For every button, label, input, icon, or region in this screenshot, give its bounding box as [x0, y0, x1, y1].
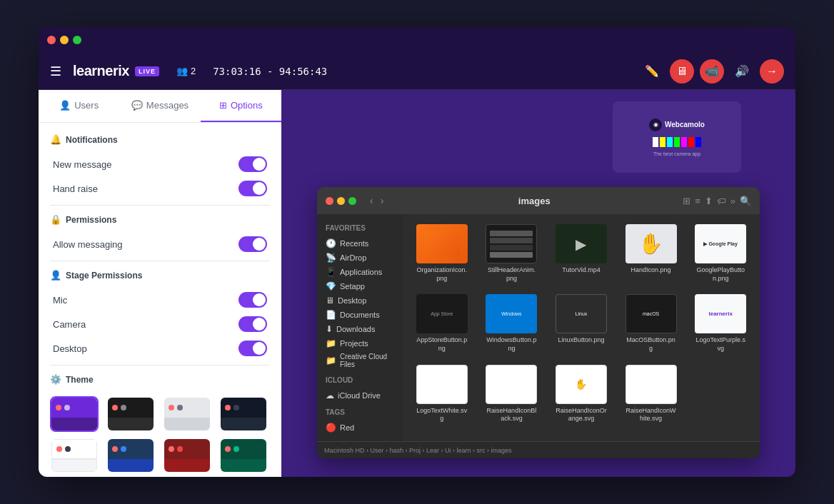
- finder-creative-cloud[interactable]: 📁 Creative Cloud Files: [323, 351, 397, 371]
- camera-button[interactable]: 📹: [700, 59, 724, 84]
- file-item-windows[interactable]: Windows WindowsButton.png: [480, 291, 544, 356]
- finder-path: images: [391, 196, 677, 206]
- finder-share-icon[interactable]: ⬆: [705, 196, 713, 206]
- tab-users[interactable]: 👤 Users: [39, 90, 119, 122]
- desktop-finder-label: Desktop: [338, 296, 366, 305]
- camera-toggle[interactable]: [238, 316, 267, 332]
- finder-applications[interactable]: 📱 Applications: [323, 265, 397, 279]
- menu-icon[interactable]: ☰: [50, 64, 61, 79]
- new-message-toggle[interactable]: [238, 156, 267, 172]
- file-grid: OrganizationIcon.png StillHeaderAnim.png: [410, 221, 753, 426]
- file-item-logo-white[interactable]: LogoTextWhite.svg: [410, 362, 474, 426]
- user-count: 👥 2: [176, 66, 196, 76]
- file-item-hand-icon[interactable]: ✋ HandIcon.png: [619, 221, 683, 286]
- finder-desktop[interactable]: 🖥 Desktop: [323, 293, 397, 308]
- volume-button[interactable]: 🔊: [730, 59, 754, 84]
- screen-share-button[interactable]: 🖥: [670, 59, 694, 84]
- file-item-linux[interactable]: Linux LinuxButton.png: [549, 291, 613, 356]
- finder-actions: ⊞ ≡ ⬆ 🏷 » 🔍: [683, 196, 751, 206]
- file-item-organization-icon[interactable]: OrganizationIcon.png: [410, 221, 474, 286]
- logo-area: learnerix LIVE: [73, 63, 159, 79]
- messages-tab-label: Messages: [146, 100, 189, 111]
- projects-icon: 📁: [326, 338, 336, 348]
- projects-label: Projects: [340, 339, 368, 348]
- downloads-label: Downloads: [336, 325, 375, 333]
- file-item-macos[interactable]: macOS MacOSButton.png: [619, 291, 683, 356]
- finder-min-btn[interactable]: [337, 197, 345, 205]
- divider-2: [50, 261, 270, 261]
- finder-list-icon[interactable]: ≡: [695, 196, 700, 206]
- finder-documents[interactable]: 📄 Documents: [323, 308, 397, 322]
- file-thumb-raise-hand-orange: ✋: [556, 365, 607, 404]
- file-item-google-play[interactable]: ▶ Google Play GooglePlayButton.png: [688, 221, 753, 286]
- setapp-label: Setapp: [340, 282, 365, 291]
- finder-window: ‹ › images ⊞ ≡ ⬆ 🏷 » 🔍: [317, 187, 760, 458]
- file-item-appstore[interactable]: App Store AppStoreButton.png: [410, 291, 474, 356]
- desktop-label: Desktop: [53, 343, 87, 354]
- hand-raise-toggle[interactable]: [238, 181, 267, 196]
- file-name-raise-hand-black: RaiseHandIconBlack.svg: [486, 407, 537, 423]
- main-window: ☰ learnerix LIVE 👥 2 73:03:16 - 94:56:43…: [39, 27, 795, 477]
- messages-tab-icon: 💬: [131, 100, 143, 111]
- tab-options[interactable]: ⊞ Options: [201, 90, 281, 122]
- theme-swatch-red[interactable]: [163, 438, 211, 473]
- main-content: 👤 Users 💬 Messages ⊞ Options 🔔 Notificat…: [39, 90, 795, 477]
- finder-downloads[interactable]: ⬇ Downloads: [323, 322, 397, 336]
- file-item-logo-purple[interactable]: learnerix LogoTextPurple.svg: [688, 291, 753, 356]
- sidebar: 👤 Users 💬 Messages ⊞ Options 🔔 Notificat…: [39, 90, 281, 477]
- theme-swatch-green[interactable]: [219, 438, 268, 473]
- header-actions: ✏️ 🖥 📹 🔊 →: [640, 59, 784, 84]
- finder-icloud-drive[interactable]: ☁ iCloud Drive: [323, 388, 397, 403]
- finder-tags-label: Tags: [323, 408, 397, 416]
- finder-more-icon[interactable]: »: [730, 196, 735, 206]
- theme-swatch-dark[interactable]: [106, 396, 155, 432]
- file-item-raise-hand-black[interactable]: RaiseHandIconBlack.svg: [480, 362, 544, 426]
- users-tab-icon: 👤: [59, 100, 71, 111]
- mic-toggle[interactable]: [238, 292, 267, 308]
- finder-back-btn[interactable]: ‹: [368, 195, 376, 206]
- theme-swatch-purple[interactable]: [50, 396, 99, 432]
- finder-airdrop[interactable]: 📡 AirDrop: [323, 251, 397, 265]
- new-message-row: New message: [50, 156, 270, 172]
- allow-messaging-toggle[interactable]: [238, 236, 267, 252]
- icloud-drive-label: iCloud Drive: [338, 391, 381, 400]
- stage-permissions-title: Stage Permissions: [66, 271, 142, 281]
- finder-tag-icon[interactable]: 🏷: [717, 196, 726, 206]
- exit-button[interactable]: →: [760, 59, 784, 84]
- setapp-icon: 💎: [326, 281, 336, 291]
- file-thumb-macos: macOS: [626, 294, 677, 333]
- logo-text: learnerix: [73, 63, 129, 79]
- finder-view-icon[interactable]: ⊞: [683, 196, 690, 206]
- finder-projects[interactable]: 📁 Projects: [323, 336, 397, 351]
- finder-tag-red[interactable]: 🔴 Red: [323, 420, 397, 435]
- mic-row: Mic: [50, 292, 270, 308]
- maximize-button[interactable]: [73, 36, 81, 44]
- tag-red-icon: 🔴: [326, 423, 336, 433]
- file-item-raise-hand-white[interactable]: RaiseHandIconWhite.svg: [619, 362, 683, 426]
- theme-swatch-darkgray[interactable]: [219, 396, 268, 432]
- file-item-tutor-vid[interactable]: ▶ TutorVid.mp4: [549, 221, 613, 286]
- desktop-toggle[interactable]: [238, 341, 267, 356]
- finder-recents[interactable]: 🕐 Recents: [323, 236, 397, 251]
- finder-forward-btn[interactable]: ›: [378, 195, 386, 206]
- theme-swatch-light[interactable]: [163, 396, 211, 432]
- edit-button[interactable]: ✏️: [640, 59, 664, 84]
- live-badge: LIVE: [135, 66, 159, 76]
- file-name-windows: WindowsButton.png: [486, 336, 537, 353]
- minimize-button[interactable]: [60, 36, 69, 44]
- finder-close-btn[interactable]: [326, 197, 333, 205]
- airdrop-icon: 📡: [326, 253, 336, 263]
- theme-swatch-blue[interactable]: [106, 438, 155, 473]
- file-item-raise-hand-orange[interactable]: ✋ RaiseHandIconOrange.svg: [549, 362, 613, 426]
- theme-swatch-white[interactable]: [50, 438, 99, 473]
- allow-messaging-label: Allow messaging: [53, 239, 123, 250]
- webcam-logo-icon: ◉: [649, 119, 662, 131]
- applications-label: Applications: [340, 268, 382, 276]
- finder-setapp[interactable]: 💎 Setapp: [323, 279, 397, 293]
- close-button[interactable]: [47, 36, 56, 44]
- file-item-still-header[interactable]: StillHeaderAnim.png: [480, 221, 544, 286]
- finder-search-icon[interactable]: 🔍: [740, 196, 751, 206]
- file-thumb-linux: Linux: [556, 294, 607, 333]
- tab-messages[interactable]: 💬 Messages: [119, 90, 200, 122]
- finder-max-btn[interactable]: [348, 197, 356, 205]
